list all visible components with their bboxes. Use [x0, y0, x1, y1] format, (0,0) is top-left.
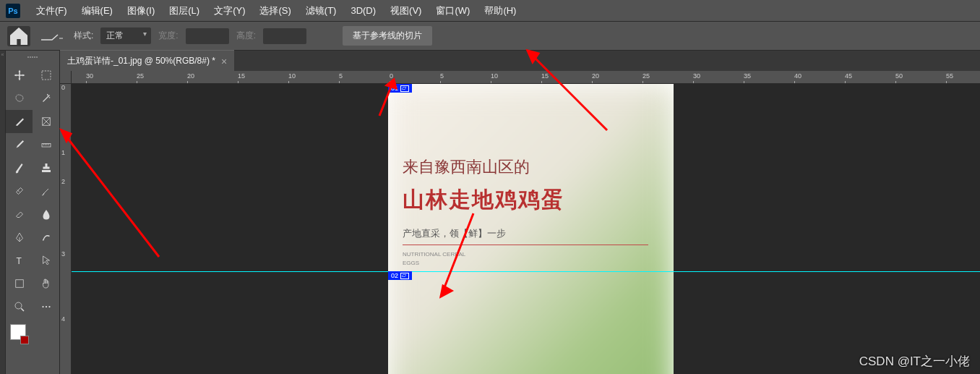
menu-bar: Ps 文件(F) 编辑(E) 图像(I) 图层(L) 文字(Y) 选择(S) 滤… — [0, 0, 980, 22]
healing-tool-icon[interactable] — [6, 179, 33, 203]
svg-line-15 — [528, 51, 607, 130]
tool-preview-icon[interactable] — [38, 27, 66, 45]
pen-tool-icon[interactable] — [6, 226, 33, 249]
eyedropper-tool-icon[interactable] — [6, 133, 33, 156]
menu-3d[interactable]: 3D(D) — [343, 5, 383, 16]
watermark: CSDN @IT之一小佬 — [859, 353, 970, 370]
height-label: 高度: — [236, 30, 256, 42]
style-select[interactable]: 正常 — [100, 27, 151, 44]
height-input[interactable] — [263, 28, 306, 44]
home-button[interactable] — [7, 26, 30, 46]
marquee-tool-icon[interactable] — [33, 64, 59, 87]
svg-point-7 — [45, 306, 46, 307]
svg-point-5 — [15, 302, 22, 309]
style-label: 样式: — [74, 30, 93, 42]
svg-marker-12 — [387, 80, 396, 88]
width-label: 宽度: — [158, 30, 178, 42]
lasso-tool-icon[interactable] — [6, 87, 33, 110]
ps-logo: Ps — [6, 4, 20, 18]
color-swatches[interactable] — [6, 318, 59, 350]
annotation-arrow-3 — [437, 210, 481, 307]
shape-tool-icon[interactable] — [6, 272, 33, 295]
width-input[interactable] — [186, 28, 229, 44]
background-swatch[interactable] — [20, 336, 29, 344]
menu-file[interactable]: 文件(F) — [29, 4, 74, 17]
hand-tool-icon[interactable] — [33, 272, 59, 295]
menu-help[interactable]: 帮助(H) — [477, 4, 523, 17]
eraser-tool-icon[interactable] — [6, 203, 33, 226]
horizontal-guide[interactable] — [72, 271, 980, 272]
edit-toolbar-icon[interactable] — [33, 295, 59, 318]
menu-edit[interactable]: 编辑(E) — [74, 4, 120, 17]
menu-type[interactable]: 文字(Y) — [207, 4, 252, 17]
svg-text:T: T — [16, 256, 22, 266]
type-tool-icon[interactable]: T — [6, 249, 33, 272]
tab-close-icon[interactable]: × — [221, 56, 227, 67]
menu-filter[interactable]: 滤镜(T) — [298, 4, 344, 17]
annotation-arrow-4 — [520, 43, 614, 140]
annotation-arrow-1 — [51, 119, 166, 267]
ruler-corner — [60, 71, 72, 84]
product-title-1: 来自豫西南山区的 — [403, 156, 530, 178]
svg-point-8 — [48, 306, 50, 307]
document-tab[interactable]: 土鸡蛋详情-_01.jpg @ 50%(RGB/8#) * × — [60, 50, 234, 72]
menu-image[interactable]: 图像(I) — [120, 4, 162, 17]
options-bar: 样式: 正常 宽度: 高度: 基于参考线的切片 — [0, 22, 980, 51]
menu-select[interactable]: 选择(S) — [252, 4, 298, 17]
slice-tool-icon[interactable] — [6, 110, 33, 133]
brush-tool-icon[interactable] — [6, 156, 33, 179]
svg-marker-14 — [441, 286, 452, 297]
tab-title: 土鸡蛋详情-_01.jpg @ 50%(RGB/8#) * — [67, 55, 215, 67]
menu-window[interactable]: 窗口(W) — [429, 4, 477, 17]
menu-layer[interactable]: 图层(L) — [162, 4, 207, 17]
svg-rect-0 — [42, 71, 51, 80]
svg-line-9 — [61, 130, 159, 257]
svg-line-13 — [441, 213, 473, 297]
svg-rect-2 — [42, 144, 51, 148]
svg-rect-4 — [15, 280, 23, 288]
annotation-arrow-2 — [376, 72, 405, 126]
product-title-2: 山林走地鸡鸡蛋 — [403, 185, 564, 215]
magic-wand-tool-icon[interactable] — [33, 87, 59, 110]
left-dock-strip: « — [0, 51, 6, 374]
slice-badge-2[interactable]: 02 — [388, 271, 412, 280]
svg-point-6 — [42, 306, 43, 307]
menu-view[interactable]: 视图(V) — [383, 4, 429, 17]
guide-slice-button[interactable]: 基于参考线的切片 — [343, 26, 432, 46]
zoom-tool-icon[interactable] — [6, 295, 33, 318]
move-tool-icon[interactable] — [6, 64, 33, 87]
